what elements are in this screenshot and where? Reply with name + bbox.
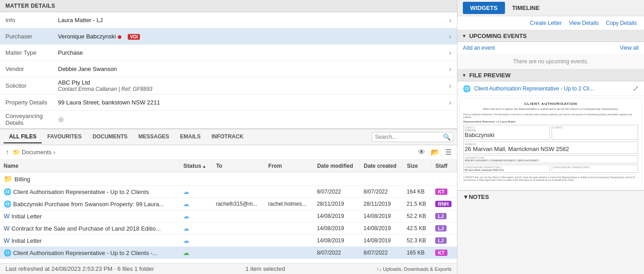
breadcrumb-text: Documents [22,149,52,156]
field-arrow-solicitor: › [443,82,457,90]
table-row[interactable]: 🌐Babczynski Purchase from Swanson Proper… [0,198,457,210]
field-row-matter-type[interactable]: Matter Type Purchase › [0,45,457,61]
cloud-icon: ☁ [183,225,189,232]
expand-preview-icon[interactable]: ⤢ [633,84,639,93]
cell-size: 165 KB [403,247,432,259]
cell-staff: LJ [432,222,457,235]
cell-name: 🌐Client Authorisation Representative - U… [0,186,179,198]
create-letter-link[interactable]: Create Letter [530,20,562,26]
folder-icon: 📁 [4,175,13,183]
col-status[interactable]: Status▲ [179,160,212,172]
add-event-link[interactable]: Add an event [463,45,495,51]
cloud-icon: ☁ [183,200,189,208]
cell-status [179,172,212,186]
col-date-created[interactable]: Date created [360,160,403,172]
doc-surname-val: Babczynski [465,132,548,138]
cell-to [212,222,264,235]
col-name[interactable]: Name [0,160,179,172]
col-from[interactable]: From [264,160,313,172]
table-row[interactable]: 🌐Client Authorisation Representative - U… [0,247,457,259]
file-preview-header[interactable]: ▼ FILE PREVIEW [457,70,644,81]
col-to[interactable]: To [212,160,264,172]
doc-preview: CLIENT AUTHORISATION When this form is s… [459,98,642,188]
cell-staff: LJ [432,210,457,222]
cell-to: rachelh315@m... [212,198,264,210]
cell-date-modified: 8/07/2022 [313,247,360,259]
doc-address-val: 26 Marvan Mall, Marrickman NSW 2582 [465,146,637,152]
tab-documents[interactable]: DOCUMENTS [87,131,133,143]
table-row[interactable]: 🌐Client Authorisation Representative - U… [0,186,457,198]
table-row[interactable]: WInitial Letter ☁ 14/08/2019 14/08/2019 … [0,235,457,247]
cell-date-modified [313,172,360,186]
cell-to [212,172,264,186]
file-toolbar: ↑ 📁 Documents › 👁 📂 ☰ [0,145,457,160]
cell-date-modified: 14/08/2019 [313,222,360,235]
field-label-property: Property Details [0,99,54,106]
cell-status: ☁ [179,198,212,210]
field-value-matter-type: Purchase [54,49,443,56]
field-value-info: Laura Matter - LJ [54,17,443,24]
cell-size: 52.2 KB [403,210,432,222]
tab-timeline[interactable]: TIMELINE [505,2,547,14]
cell-from [264,247,313,259]
table-row[interactable]: WInitial Letter ☁ 14/08/2019 14/08/2019 … [0,210,457,222]
cell-from [264,210,313,222]
field-value-purchaser: Veronique Babczynski VOI [54,33,443,40]
tab-widgets[interactable]: WIDGETS [463,2,505,14]
copy-details-link[interactable]: Copy Details [606,20,637,26]
view-all-link[interactable]: View all [620,45,639,51]
field-row-conveyancing[interactable]: Conveyancing Details ⊕ [0,111,457,128]
col-staff[interactable]: Staff [432,160,457,172]
notes-header[interactable]: ▼ NOTES [463,194,639,200]
chrome-icon: 🌐 [463,85,471,92]
cell-to [212,210,264,222]
cell-staff: RNH [432,198,457,210]
preview-chevron-icon: ▼ [462,73,466,78]
search-box: 🔍 [372,132,453,142]
field-label-matter-type: Matter Type [0,49,54,56]
table-row[interactable]: WContract for the Sale and Purchase of L… [0,222,457,235]
breadcrumb: 📁 Documents › [13,149,55,156]
tab-infotrack[interactable]: INFOTRACK [206,131,249,143]
cell-to [212,186,264,198]
tab-emails[interactable]: EMAILS [175,131,206,143]
field-row-solicitor[interactable]: Solicitor ABC Pty Ltd Contact Emma Calla… [0,77,457,94]
view-details-link[interactable]: View Details [569,20,599,26]
upcoming-events-title: UPCOMING EVENTS [469,33,527,39]
doc-rep-reference: Representative Reference: L5 Laura Matte… [463,120,638,123]
staff-badge: LJ [435,237,447,244]
new-folder-button[interactable]: 📂 [429,147,442,157]
doc-main-title: CLIENT AUTHORISATION [463,102,638,106]
field-row-purchaser[interactable]: Purchaser Veronique Babczynski VOI › [0,28,457,45]
tab-all-files[interactable]: ALL FILES [4,131,42,143]
search-input[interactable] [375,134,443,140]
search-icon: 🔍 [443,133,451,141]
file-name-text: Initial Letter [11,213,42,220]
upload-button[interactable]: ↑ [4,147,11,157]
cell-date-created: 8/07/2022 [360,247,403,259]
field-row-info[interactable]: Info Laura Matter - LJ › [0,12,457,28]
staff-badge: KT [435,250,447,256]
list-view-button[interactable]: ☰ [443,147,453,157]
col-size[interactable]: Size [403,160,432,172]
cell-to [212,235,264,247]
field-label-purchaser: Purchaser [0,33,54,40]
cell-staff: KT [432,186,457,198]
view-icon-button[interactable]: 👁 [416,147,427,157]
voi-badge: VOI [128,34,140,40]
tab-messages[interactable]: MESSAGES [133,131,175,143]
field-row-property[interactable]: Property Details 99 Laura Street, bankst… [0,94,457,111]
field-label-conveyancing: Conveyancing Details [0,113,54,126]
uploads-link[interactable]: ↑↓ Uploads, Downloads & Exports [376,266,452,272]
cell-from [264,172,313,186]
doc-transaction2-field: CONVEYANCING TRANSACTION 2 [552,165,638,173]
field-row-vendor[interactable]: Vendor Debbie Jane Swanson › [0,61,457,77]
col-date-modified[interactable]: Date modified [313,160,360,172]
notes-section: ▼ NOTES [457,190,644,203]
file-name-text: Client Authorisation Representative - Up… [13,250,158,256]
cell-from [264,222,313,235]
table-row[interactable]: 📁Billing [0,172,457,186]
tab-favourites[interactable]: FAVOURITES [42,131,87,143]
field-value-vendor: Debbie Jane Swanson [54,66,443,72]
upcoming-events-header[interactable]: ▼ UPCOMING EVENTS [457,30,644,42]
